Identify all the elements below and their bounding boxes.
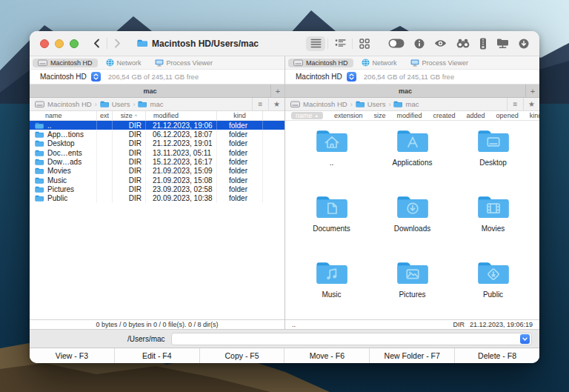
view-options-icon[interactable]: ≡ (507, 98, 523, 110)
column-header-name[interactable]: name (30, 111, 97, 120)
toggle-icon[interactable] (388, 39, 405, 48)
file-row[interactable]: DesktopDIR21.12.2023, 19:01folder (30, 139, 284, 148)
ext-cell (97, 157, 113, 166)
right-status-bar: .. DIR 21.12.2023, 19:06:19 (285, 319, 539, 329)
spacer-cell (263, 167, 284, 176)
file-row[interactable]: ..DIR21.12.2023, 19:06folder (30, 121, 284, 130)
edit-button[interactable]: Edit - F4 (115, 348, 200, 363)
grid-item-label: Desktop (479, 159, 507, 167)
right-column-headers: name▲extensionsizemodifiedcreatedaddedop… (285, 111, 539, 121)
pane-tab-process-viewer[interactable]: Process Viewer (405, 59, 473, 67)
grid-item-applications[interactable]: Applications (372, 126, 453, 192)
grid-item-pictures[interactable]: Pictures (372, 258, 453, 319)
column-header-kind[interactable]: kind (217, 111, 263, 120)
column-header-ext[interactable]: ext (97, 111, 113, 120)
drive-stepper[interactable] (347, 72, 356, 82)
file-row[interactable]: Doc…entsDIR13.11.2023, 05:11folder (30, 148, 284, 157)
view-button[interactable]: View - F3 (30, 348, 115, 363)
archive-icon[interactable] (479, 38, 487, 50)
pane-tab-macintosh-hd[interactable]: Macintosh HD (288, 59, 353, 67)
close-button[interactable] (40, 39, 49, 48)
column-header-name[interactable]: name▲ (291, 112, 323, 119)
new-folder-button[interactable]: New Folder - F7 (370, 348, 455, 363)
file-row[interactable]: MusicDIR21.09.2023, 15:08folder (30, 176, 284, 185)
file-row[interactable]: MoviesDIR21.09.2023, 15:09folder (30, 167, 284, 176)
new-tab-button[interactable]: + (270, 84, 284, 97)
kind-cell: folder (217, 139, 263, 148)
grid-item-public[interactable]: Public (453, 258, 533, 319)
left-tab-mac[interactable]: mac (30, 84, 270, 97)
pane-tab-process-viewer[interactable]: Process Viewer (150, 59, 218, 67)
zoom-button[interactable] (70, 39, 79, 48)
name-cell: Desktop (30, 139, 97, 148)
grid-item-music[interactable]: Music (291, 258, 372, 319)
column-header-modified[interactable]: modified (397, 112, 422, 119)
grid-item-downloads[interactable]: Downloads (372, 192, 453, 258)
right-tab-mac[interactable]: mac (285, 84, 525, 97)
pane-tab-label: Network (373, 59, 397, 67)
toolbar-separator (352, 39, 353, 49)
view-options-icon[interactable]: ≡ (252, 98, 268, 110)
right-pane: Macintosh HDNetworkProcess Viewer Macint… (284, 56, 539, 329)
traffic-lights (40, 39, 79, 48)
delete-button[interactable]: Delete - F8 (455, 348, 539, 363)
new-tab-button[interactable]: + (525, 84, 539, 97)
column-header-opened[interactable]: opened (496, 112, 519, 119)
file-row[interactable]: Dow…adsDIR15.12.2023, 16:17folder (30, 157, 284, 166)
chevron-right-icon[interactable] (114, 39, 121, 48)
favorites-star-icon[interactable]: ★ (523, 98, 539, 110)
pane-tab-network[interactable]: Network (101, 58, 147, 67)
file-row[interactable]: App…tionsDIR06.12.2023, 18:07folder (30, 130, 284, 139)
breadcrumb-segment[interactable]: mac (138, 100, 163, 108)
network-folder-icon[interactable] (496, 38, 509, 49)
column-header-size[interactable]: size^ (113, 111, 146, 120)
column-header-created[interactable]: created (433, 112, 456, 119)
column-header-extension[interactable]: extension (334, 112, 363, 119)
drive-name[interactable]: Macintosh HD (296, 73, 342, 81)
column-header-modified[interactable]: modified (146, 111, 217, 120)
command-history-dropdown[interactable] (520, 334, 530, 344)
breadcrumb-path: Macintosh HD›Users›mac (35, 100, 163, 108)
download-icon[interactable] (519, 39, 529, 49)
move-button[interactable]: Move - F6 (284, 348, 370, 363)
grid-item-desktop[interactable]: Desktop (453, 126, 533, 192)
pane-tab-macintosh-hd[interactable]: Macintosh HD (33, 59, 98, 67)
drive-name[interactable]: Macintosh HD (40, 73, 87, 81)
column-header-spacer (263, 111, 284, 120)
column-header-kind[interactable]: kind (530, 112, 539, 119)
size-cell: DIR (113, 157, 146, 166)
breadcrumb-segment[interactable]: Macintosh HD (290, 100, 347, 108)
breadcrumb-actions: ≡ ★ (252, 98, 284, 110)
folder-small-icon (35, 131, 44, 138)
file-row[interactable]: PublicDIR20.09.2023, 10:38folder (30, 194, 284, 203)
music-folder-icon (315, 258, 349, 286)
grid-item-documents[interactable]: Documents (291, 192, 372, 258)
pane-tab-network[interactable]: Network (356, 58, 402, 67)
breadcrumb-segment[interactable]: Users (100, 100, 130, 108)
favorites-star-icon[interactable]: ★ (268, 98, 284, 110)
grid-view-icon[interactable] (355, 36, 374, 51)
chevron-left-icon[interactable] (93, 39, 100, 48)
breadcrumb-segment[interactable]: Users (356, 100, 386, 108)
toolbar (306, 36, 529, 51)
breadcrumb-separator-icon: › (133, 101, 135, 108)
drive-stepper[interactable] (91, 72, 101, 82)
preview-eye-icon[interactable] (434, 39, 447, 47)
file-row[interactable]: PicturesDIR23.09.2023, 02:58folder (30, 185, 284, 193)
list-view-icon[interactable] (306, 36, 325, 51)
kind-cell: folder (217, 167, 263, 176)
file-name: .. (47, 122, 52, 130)
info-icon[interactable] (414, 39, 425, 49)
detail-view-icon[interactable] (330, 36, 350, 51)
command-input[interactable] (176, 333, 520, 345)
breadcrumb-segment[interactable]: mac (393, 100, 419, 108)
grid-item-parent[interactable]: .. (291, 126, 372, 192)
column-header-added[interactable]: added (467, 112, 485, 119)
copy-button[interactable]: Copy - F5 (200, 348, 285, 363)
grid-item-movies[interactable]: Movies (453, 192, 533, 258)
breadcrumb-segment[interactable]: Macintosh HD (35, 100, 92, 108)
minimize-button[interactable] (55, 39, 64, 48)
ext-cell (97, 139, 113, 148)
search-binoculars-icon[interactable] (456, 39, 470, 48)
column-header-size[interactable]: size (374, 112, 386, 119)
